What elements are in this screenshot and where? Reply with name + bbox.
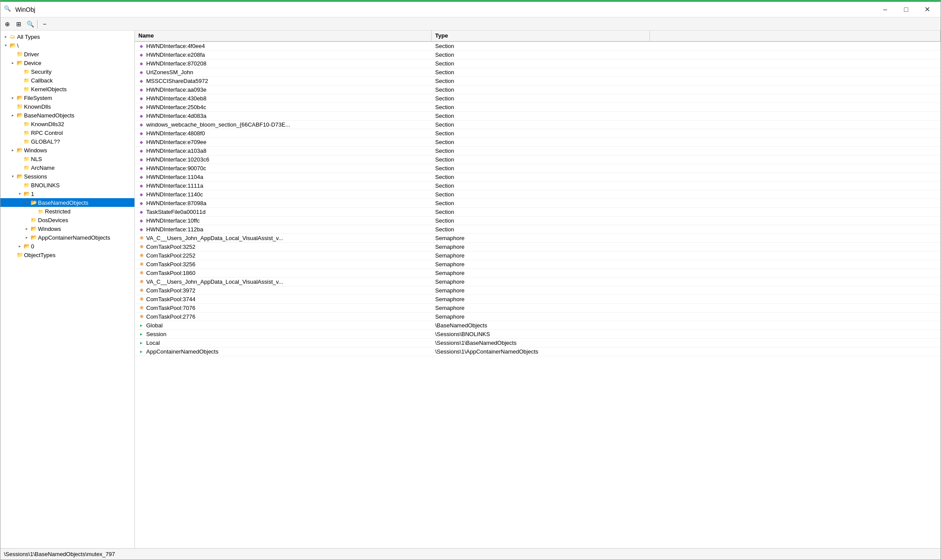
list-item[interactable]: ❋ComTaskPool:3972Semaphore [135, 286, 941, 295]
sidebar[interactable]: ▸ 🗂 All Types ▾ 📂 \ 📁 Driver ▸ 📂 Device [0, 31, 135, 548]
toolbar-grid-button[interactable]: ⊞ [14, 19, 24, 29]
expand-icon: ▸ [9, 59, 16, 66]
list-item[interactable]: ❋ComTaskPool:1860Semaphore [135, 269, 941, 278]
sidebar-item-arcname[interactable]: 📁 ArcName [0, 163, 134, 172]
list-item[interactable]: ◆HWNDInterface:a103a8Section [135, 147, 941, 155]
cell-type: Section [432, 173, 650, 181]
cell-name: ❋ComTaskPool:3744 [135, 295, 432, 303]
list-item[interactable]: ▸Session\Sessions\BNOLINKS [135, 330, 941, 339]
sidebar-item-security[interactable]: 📁 Security [0, 67, 134, 76]
list-item[interactable]: ◆HWNDInterface:430eb8Section [135, 94, 941, 103]
sidebar-label: All Types [17, 34, 40, 40]
list-item[interactable]: ◆HWNDInterface:4808f0Section [135, 129, 941, 138]
list-item[interactable]: ◆HWNDInterface:10ffcSection [135, 216, 941, 225]
sidebar-label: KernelObjects [31, 86, 67, 93]
sidebar-item-sess0[interactable]: ▸ 📂 0 [0, 242, 134, 251]
toolbar-new-button[interactable]: ⊕ [2, 19, 13, 29]
list-item[interactable]: ❋ComTaskPool:2252Semaphore [135, 251, 941, 260]
col-header-type[interactable]: Type [432, 31, 650, 41]
list-item[interactable]: ◆HWNDInterface:aa093eSection [135, 86, 941, 94]
list-item[interactable]: ◆HWNDInterface:1104aSection [135, 173, 941, 182]
list-item[interactable]: ◆HWNDInterface:10203c6Section [135, 155, 941, 164]
sidebar-item-appcontainer[interactable]: ▸ 📂 AppContainerNamedObjects [0, 233, 134, 242]
list-item[interactable]: ◆UrlZonesSM_JohnSection [135, 68, 941, 77]
toolbar-search-button[interactable]: 🔍 [25, 19, 35, 29]
sidebar-item-bnolinks[interactable]: 📁 BNOLINKS [0, 181, 134, 189]
sidebar-label: KnownDlls [24, 103, 51, 110]
sidebar-item-basenamedobj[interactable]: ▸ 📂 BaseNamedObjects [0, 111, 134, 120]
sidebar-item-device[interactable]: ▸ 📂 Device [0, 58, 134, 67]
col-header-name[interactable]: Name [135, 31, 432, 41]
toolbar-minus-button[interactable]: − [39, 19, 50, 29]
sidebar-item-knowndlls32[interactable]: 📁 KnownDlls32 [0, 120, 134, 128]
sidebar-item-rpccontrol[interactable]: 📁 RPC Control [0, 128, 134, 137]
list-item[interactable]: ❋ComTaskPool:7076Semaphore [135, 304, 941, 313]
sidebar-item-root[interactable]: ▾ 📂 \ [0, 41, 134, 50]
list-item[interactable]: ❋VA_C__Users_John_AppData_Local_VisualAs… [135, 234, 941, 243]
folder-icon: 📁 [23, 86, 30, 93]
sidebar-item-kernelobjects[interactable]: 📁 KernelObjects [0, 85, 134, 93]
cell-name: ◆HWNDInterface:1140c [135, 190, 432, 199]
list-item[interactable]: ◆HWNDInterface:112baSection [135, 225, 941, 234]
list-item[interactable]: ◆HWNDInterface:870208Section [135, 59, 941, 68]
sidebar-item-windows2[interactable]: ▸ 📂 Windows [0, 224, 134, 233]
list-item[interactable]: ▸Local\Sessions\1\BaseNamedObjects [135, 339, 941, 347]
folder-icon: 📁 [37, 208, 44, 215]
cell-type: \Sessions\BNOLINKS [432, 330, 650, 338]
window-title: WinObj [15, 6, 35, 13]
list-item[interactable]: ❋VA_C__Users_John_AppData_Local_VisualAs… [135, 278, 941, 286]
list-item[interactable]: ◆HWNDInterface:4d083aSection [135, 112, 941, 120]
list-item[interactable]: ◆HWNDInterface:90070cSection [135, 164, 941, 173]
sidebar-item-windows[interactable]: ▸ 📂 Windows [0, 146, 134, 155]
cell-name: ▸Local [135, 339, 432, 347]
sidebar-item-sessions[interactable]: ▾ 📂 Sessions [0, 172, 134, 181]
row-icon: ▸ [138, 349, 144, 355]
list-item[interactable]: ◆MSSCCIShareData5972Section [135, 77, 941, 86]
sidebar-label: DosDevices [38, 217, 68, 223]
sidebar-item-nls[interactable]: 📁 NLS [0, 155, 134, 163]
maximize-button[interactable]: □ [896, 3, 916, 17]
sidebar-item-filesystem[interactable]: ▸ 📂 FileSystem [0, 93, 134, 102]
folder-icon: 📁 [16, 251, 23, 258]
list-item[interactable]: ❋ComTaskPool:2776Semaphore [135, 313, 941, 321]
folder-icon: 📁 [23, 68, 30, 75]
list-item[interactable]: ❋ComTaskPool:3252Semaphore [135, 243, 941, 251]
list-item[interactable]: ◆TaskStateFile0a00011dSection [135, 208, 941, 216]
list-item[interactable]: ◆HWNDInterface:250b4cSection [135, 103, 941, 112]
sidebar-item-dosdevices[interactable]: 📁 DosDevices [0, 216, 134, 224]
list-item[interactable]: ▸Global\BaseNamedObjects [135, 321, 941, 330]
list-item[interactable]: ◆windows_webcache_bloom_section_{66CABF1… [135, 120, 941, 129]
folder-icon: 📂 [16, 173, 23, 180]
row-icon: ❋ [138, 305, 144, 311]
list-item[interactable]: ❋ComTaskPool:3744Semaphore [135, 295, 941, 304]
sidebar-item-basenamedobj1[interactable]: ▾ 📂 BaseNamedObjects [0, 198, 134, 207]
list-item[interactable]: ◆HWNDInterface:e709eeSection [135, 138, 941, 147]
sidebar-item-sess1[interactable]: ▾ 📂 1 [0, 189, 134, 198]
list-item[interactable]: ❋ComTaskPool:3256Semaphore [135, 260, 941, 269]
list-item[interactable]: ▸AppContainerNamedObjects\Sessions\1\App… [135, 347, 941, 356]
list-item[interactable]: ◆HWNDInterface:1111aSection [135, 182, 941, 190]
list-body[interactable]: ◆HWNDInterface:4f0ee4Section◆HWNDInterfa… [135, 42, 941, 548]
minimize-button[interactable]: – [875, 3, 895, 17]
row-icon: ◆ [138, 43, 144, 49]
row-icon: ◆ [138, 200, 144, 206]
sidebar-item-restricted[interactable]: 📁 Restricted [0, 207, 134, 216]
folder-icon: 📁 [16, 103, 23, 110]
sidebar-item-knowndlls[interactable]: 📁 KnownDlls [0, 102, 134, 111]
sidebar-label: FileSystem [24, 95, 52, 101]
sidebar-item-callback[interactable]: 📁 Callback [0, 76, 134, 85]
folder-icon: 📂 [30, 225, 37, 232]
list-item[interactable]: ◆HWNDInterface:1140cSection [135, 190, 941, 199]
folder-icon: 📂 [9, 42, 16, 49]
sidebar-item-all-types[interactable]: ▸ 🗂 All Types [0, 32, 134, 41]
list-item[interactable]: ◆HWNDInterface:87098aSection [135, 199, 941, 208]
expand-icon [16, 77, 23, 84]
sidebar-item-driver[interactable]: 📁 Driver [0, 50, 134, 58]
cell-name: ◆HWNDInterface:aa093e [135, 86, 432, 94]
list-item[interactable]: ◆HWNDInterface:4f0ee4Section [135, 42, 941, 51]
sidebar-item-objecttypes[interactable]: 📁 ObjectTypes [0, 251, 134, 259]
list-item[interactable]: ◆HWNDInterface:e208faSection [135, 51, 941, 59]
close-button[interactable]: ✕ [917, 3, 937, 17]
sidebar-item-global[interactable]: 📁 GLOBAL?? [0, 137, 134, 146]
sidebar-label: Windows [38, 226, 61, 232]
